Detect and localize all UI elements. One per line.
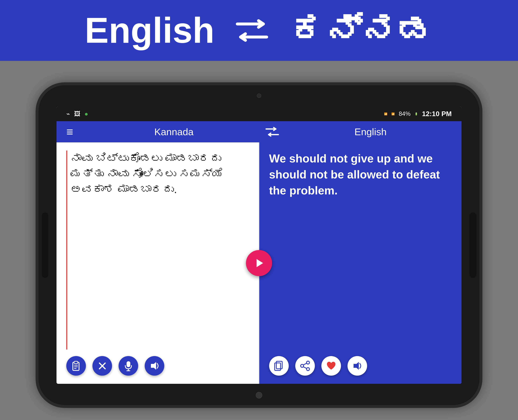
target-panel: We should not give up and we should not …: [259, 142, 462, 384]
clipboard-button[interactable]: [66, 356, 86, 376]
status-time: 12:10 PM: [422, 110, 452, 118]
svg-marker-10: [151, 362, 156, 370]
app-header: ≡ Kannada English: [56, 121, 462, 142]
svg-rect-13: [276, 361, 282, 369]
share-button[interactable]: [295, 356, 315, 376]
battery-icon: 🔋: [415, 112, 418, 115]
header-swap-icon[interactable]: [265, 126, 279, 137]
top-banner: English ಕನ್ನಡ: [0, 0, 518, 61]
battery-indicator: 84%: [399, 110, 410, 117]
menu-icon[interactable]: ≡: [56, 125, 83, 138]
status-bar: ⌁ 🖼 ● 📶 📶 84% 🔋 12:10 PM: [56, 106, 462, 121]
tablet-wrapper: ⌁ 🖼 ● 📶 📶 84% 🔋 12:10 PM ≡ Kannada: [30, 74, 488, 416]
wifi-icon: 📶: [384, 112, 387, 115]
tablet-home-button[interactable]: [256, 392, 262, 398]
favorite-button[interactable]: [321, 356, 341, 376]
target-actions: [269, 350, 452, 376]
signal-icon: 📶: [391, 112, 395, 115]
svg-rect-1: [74, 361, 78, 364]
mic-button[interactable]: [119, 356, 138, 376]
svg-point-14: [307, 361, 309, 364]
status-right-info: 📶 📶 84% 🔋 12:10 PM: [384, 110, 452, 118]
source-panel: ನಾವು ಬಿಟ್ಟುಕೊಡಲು ಮಾಡಬಾರದು ಮತ್ತು ನಾವು ಸೋಲ…: [56, 142, 259, 384]
tablet-device: ⌁ 🖼 ● 📶 📶 84% 🔋 12:10 PM ≡ Kannada: [39, 85, 479, 405]
source-speaker-button[interactable]: [145, 356, 164, 376]
copy-button[interactable]: [269, 356, 289, 376]
clear-button[interactable]: [93, 356, 112, 376]
translate-fab[interactable]: [246, 250, 272, 276]
status-left-icons: ⌁ 🖼 ●: [66, 110, 88, 117]
svg-rect-7: [127, 361, 130, 367]
image-icon: 🖼: [74, 110, 80, 117]
tablet-camera: [257, 93, 261, 98]
header-source-lang[interactable]: Kannada: [83, 126, 265, 137]
target-text: We should not give up and we should not …: [269, 150, 452, 350]
source-actions: [66, 350, 249, 376]
main-content: ನಾವು ಬಿಟ್ಟುಕೊಡಲು ಮಾಡಬಾರದು ಮತ್ತು ನಾವು ಸೋಲ…: [56, 142, 462, 384]
banner-source-lang[interactable]: English: [85, 10, 215, 51]
svg-rect-12: [275, 363, 281, 370]
target-speaker-button[interactable]: [348, 356, 367, 376]
tablet-screen: ⌁ 🖼 ● 📶 📶 84% 🔋 12:10 PM ≡ Kannada: [56, 106, 462, 384]
usb-icon: ⌁: [66, 110, 70, 117]
banner-swap-icon[interactable]: [234, 16, 270, 45]
circle-icon: ●: [85, 110, 88, 117]
header-target-lang[interactable]: English: [279, 126, 462, 137]
banner-target-lang[interactable]: ಕನ್ನಡ: [290, 10, 433, 51]
svg-line-17: [303, 363, 307, 365]
svg-point-15: [307, 368, 309, 371]
svg-marker-11: [256, 259, 263, 267]
svg-line-18: [303, 367, 307, 368]
svg-marker-19: [354, 362, 359, 370]
source-text[interactable]: ನಾವು ಬಿಟ್ಟುಕೊಡಲು ಮಾಡಬಾರದು ಮತ್ತು ನಾವು ಸೋಲ…: [66, 150, 249, 350]
